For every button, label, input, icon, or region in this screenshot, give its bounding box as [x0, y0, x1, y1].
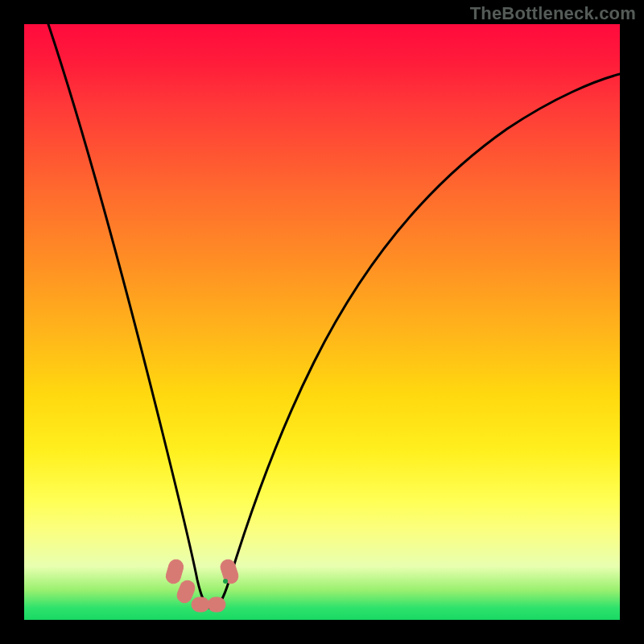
marker-valley-right: [208, 597, 225, 612]
marker-right-shoulder: [219, 558, 240, 585]
chart-plot-area: [24, 24, 620, 620]
bottleneck-curve-path: [48, 24, 620, 609]
watermark-text: TheBottleneck.com: [470, 3, 636, 24]
bottleneck-curve-svg: [24, 24, 620, 620]
marker-left-shoulder-top: [164, 558, 185, 585]
marker-valley-left: [192, 597, 209, 612]
curve-green-dot: [223, 579, 228, 584]
